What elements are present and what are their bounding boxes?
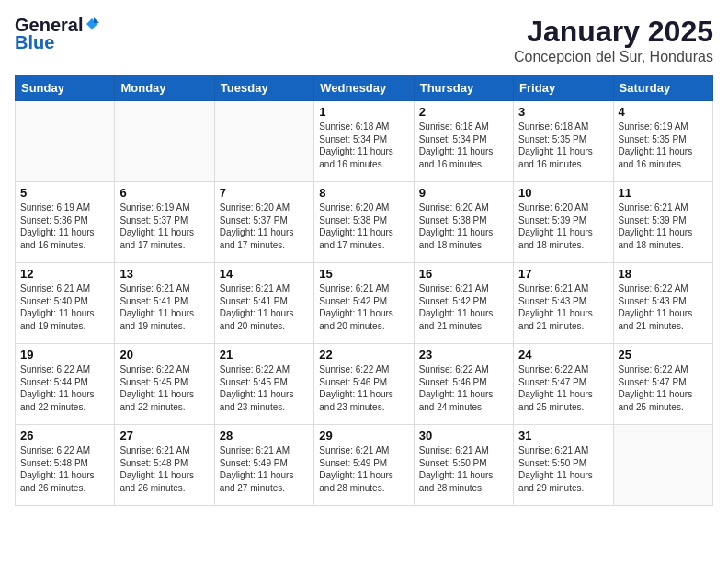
day-info: Sunrise: 6:21 AM Sunset: 5:40 PM Dayligh… <box>20 282 109 332</box>
calendar-cell: 15Sunrise: 6:21 AM Sunset: 5:42 PM Dayli… <box>314 263 414 344</box>
calendar-cell: 5Sunrise: 6:19 AM Sunset: 5:36 PM Daylig… <box>16 182 115 263</box>
day-info: Sunrise: 6:22 AM Sunset: 5:46 PM Dayligh… <box>319 363 408 413</box>
day-number: 5 <box>20 186 109 200</box>
calendar-cell: 26Sunrise: 6:22 AM Sunset: 5:48 PM Dayli… <box>16 425 115 506</box>
calendar-cell <box>214 101 313 182</box>
calendar-cell: 20Sunrise: 6:22 AM Sunset: 5:45 PM Dayli… <box>115 344 214 425</box>
day-number: 18 <box>619 267 708 281</box>
week-row-2: 12Sunrise: 6:21 AM Sunset: 5:40 PM Dayli… <box>16 263 713 344</box>
day-info: Sunrise: 6:22 AM Sunset: 5:45 PM Dayligh… <box>220 363 309 413</box>
header-wednesday: Wednesday <box>314 75 414 101</box>
calendar-cell <box>16 101 115 182</box>
calendar-cell: 4Sunrise: 6:19 AM Sunset: 5:35 PM Daylig… <box>613 101 712 182</box>
day-number: 10 <box>518 186 608 200</box>
day-number: 31 <box>518 429 608 442</box>
calendar-cell: 13Sunrise: 6:21 AM Sunset: 5:41 PM Dayli… <box>115 263 214 344</box>
day-number: 13 <box>119 267 209 281</box>
day-number: 23 <box>419 348 508 362</box>
calendar-cell: 8Sunrise: 6:20 AM Sunset: 5:38 PM Daylig… <box>314 182 414 263</box>
header-sunday: Sunday <box>16 75 115 101</box>
calendar-cell: 12Sunrise: 6:21 AM Sunset: 5:40 PM Dayli… <box>16 263 115 344</box>
calendar-cell: 30Sunrise: 6:21 AM Sunset: 5:50 PM Dayli… <box>414 425 513 506</box>
day-info: Sunrise: 6:22 AM Sunset: 5:47 PM Dayligh… <box>518 363 608 413</box>
day-number: 15 <box>319 267 408 281</box>
logo-blue: Blue <box>15 32 54 53</box>
day-info: Sunrise: 6:21 AM Sunset: 5:43 PM Dayligh… <box>518 282 608 332</box>
day-info: Sunrise: 6:21 AM Sunset: 5:48 PM Dayligh… <box>119 444 209 494</box>
day-number: 29 <box>319 429 408 442</box>
day-info: Sunrise: 6:21 AM Sunset: 5:42 PM Dayligh… <box>319 282 408 332</box>
header-tuesday: Tuesday <box>214 75 313 101</box>
day-info: Sunrise: 6:22 AM Sunset: 5:45 PM Dayligh… <box>119 363 209 413</box>
day-number: 20 <box>119 348 209 362</box>
day-info: Sunrise: 6:19 AM Sunset: 5:37 PM Dayligh… <box>119 201 209 251</box>
day-number: 9 <box>419 186 508 200</box>
week-row-1: 5Sunrise: 6:19 AM Sunset: 5:36 PM Daylig… <box>16 182 713 263</box>
day-number: 12 <box>20 267 109 281</box>
day-number: 7 <box>220 186 309 200</box>
calendar-subtitle: Concepcion del Sur, Honduras <box>514 49 713 65</box>
day-info: Sunrise: 6:21 AM Sunset: 5:42 PM Dayligh… <box>419 282 508 332</box>
day-number: 21 <box>220 348 309 362</box>
day-number: 4 <box>619 105 708 119</box>
day-info: Sunrise: 6:22 AM Sunset: 5:43 PM Dayligh… <box>619 282 708 332</box>
header: General Blue January 2025 Concepcion del… <box>15 15 713 65</box>
calendar-cell: 14Sunrise: 6:21 AM Sunset: 5:41 PM Dayli… <box>214 263 313 344</box>
day-number: 22 <box>319 348 408 362</box>
day-info: Sunrise: 6:19 AM Sunset: 5:36 PM Dayligh… <box>20 201 109 251</box>
calendar-cell: 27Sunrise: 6:21 AM Sunset: 5:48 PM Dayli… <box>115 425 214 506</box>
day-number: 3 <box>518 105 608 119</box>
day-info: Sunrise: 6:22 AM Sunset: 5:48 PM Dayligh… <box>20 444 109 494</box>
day-number: 24 <box>518 348 608 362</box>
calendar-cell: 11Sunrise: 6:21 AM Sunset: 5:39 PM Dayli… <box>613 182 712 263</box>
header-friday: Friday <box>514 75 613 101</box>
day-info: Sunrise: 6:19 AM Sunset: 5:35 PM Dayligh… <box>619 121 708 170</box>
day-info: Sunrise: 6:21 AM Sunset: 5:50 PM Dayligh… <box>419 444 508 494</box>
weekday-header-row: Sunday Monday Tuesday Wednesday Thursday… <box>16 75 713 101</box>
calendar-cell: 22Sunrise: 6:22 AM Sunset: 5:46 PM Dayli… <box>314 344 414 425</box>
day-info: Sunrise: 6:20 AM Sunset: 5:38 PM Dayligh… <box>419 201 508 251</box>
day-number: 11 <box>619 186 708 200</box>
calendar-table: Sunday Monday Tuesday Wednesday Thursday… <box>15 75 713 506</box>
day-info: Sunrise: 6:22 AM Sunset: 5:47 PM Dayligh… <box>619 363 708 413</box>
title-area: January 2025 Concepcion del Sur, Hondura… <box>514 15 713 65</box>
calendar-cell: 24Sunrise: 6:22 AM Sunset: 5:47 PM Dayli… <box>514 344 613 425</box>
day-number: 8 <box>319 186 408 200</box>
day-number: 1 <box>319 105 408 119</box>
day-info: Sunrise: 6:20 AM Sunset: 5:37 PM Dayligh… <box>220 201 309 251</box>
calendar-cell: 6Sunrise: 6:19 AM Sunset: 5:37 PM Daylig… <box>115 182 214 263</box>
day-number: 14 <box>220 267 309 281</box>
calendar-cell: 10Sunrise: 6:20 AM Sunset: 5:39 PM Dayli… <box>514 182 613 263</box>
day-number: 30 <box>419 429 508 442</box>
calendar-cell: 17Sunrise: 6:21 AM Sunset: 5:43 PM Dayli… <box>514 263 613 344</box>
day-info: Sunrise: 6:22 AM Sunset: 5:44 PM Dayligh… <box>20 363 109 413</box>
day-info: Sunrise: 6:21 AM Sunset: 5:49 PM Dayligh… <box>319 444 408 494</box>
calendar-cell: 18Sunrise: 6:22 AM Sunset: 5:43 PM Dayli… <box>613 263 712 344</box>
day-number: 28 <box>220 429 309 442</box>
day-number: 16 <box>419 267 508 281</box>
logo: General Blue <box>15 15 99 53</box>
day-number: 25 <box>619 348 708 362</box>
day-info: Sunrise: 6:20 AM Sunset: 5:38 PM Dayligh… <box>319 201 408 251</box>
calendar-cell <box>613 425 712 506</box>
day-info: Sunrise: 6:21 AM Sunset: 5:41 PM Dayligh… <box>119 282 209 332</box>
day-number: 6 <box>119 186 209 200</box>
day-info: Sunrise: 6:22 AM Sunset: 5:46 PM Dayligh… <box>419 363 508 413</box>
header-saturday: Saturday <box>613 75 712 101</box>
calendar-cell: 3Sunrise: 6:18 AM Sunset: 5:35 PM Daylig… <box>514 101 613 182</box>
day-number: 27 <box>119 429 209 442</box>
calendar-cell <box>115 101 214 182</box>
calendar-cell: 25Sunrise: 6:22 AM Sunset: 5:47 PM Dayli… <box>613 344 712 425</box>
calendar-cell: 19Sunrise: 6:22 AM Sunset: 5:44 PM Dayli… <box>16 344 115 425</box>
day-info: Sunrise: 6:21 AM Sunset: 5:49 PM Dayligh… <box>220 444 309 494</box>
calendar-cell: 1Sunrise: 6:18 AM Sunset: 5:34 PM Daylig… <box>314 101 414 182</box>
calendar-cell: 9Sunrise: 6:20 AM Sunset: 5:38 PM Daylig… <box>414 182 513 263</box>
calendar-cell: 29Sunrise: 6:21 AM Sunset: 5:49 PM Dayli… <box>314 425 414 506</box>
header-monday: Monday <box>115 75 214 101</box>
day-info: Sunrise: 6:18 AM Sunset: 5:34 PM Dayligh… <box>319 121 408 170</box>
day-number: 2 <box>419 105 508 119</box>
day-info: Sunrise: 6:21 AM Sunset: 5:39 PM Dayligh… <box>619 201 708 251</box>
week-row-0: 1Sunrise: 6:18 AM Sunset: 5:34 PM Daylig… <box>16 101 713 182</box>
day-number: 26 <box>20 429 109 442</box>
calendar-cell: 16Sunrise: 6:21 AM Sunset: 5:42 PM Dayli… <box>414 263 513 344</box>
